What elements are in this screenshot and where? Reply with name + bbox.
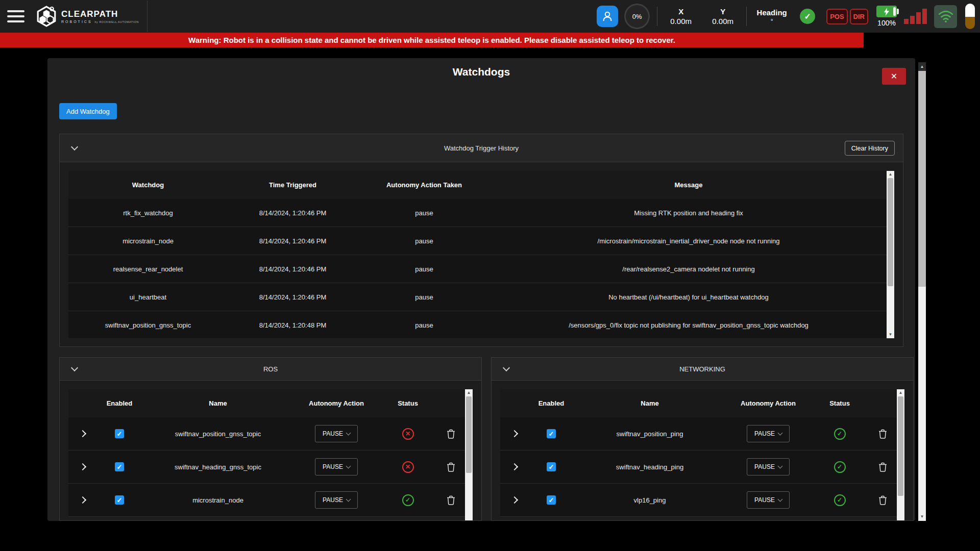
user-avatar-icon[interactable] [597,6,618,27]
collapse-networking-button[interactable] [501,363,512,374]
chevron-right-icon [79,463,86,470]
autonomy-action-select[interactable]: PAUSE [315,491,358,509]
watchdogs-modal: Watchdogs ✕ Add Watchdog Watchdog Trigge… [47,58,915,521]
scrollbar-thumb[interactable] [898,396,903,496]
expand-row-button[interactable] [512,464,517,469]
expand-row-button[interactable] [512,431,517,436]
delete-watchdog-button[interactable] [878,429,887,439]
history-message: /sensors/gps_0/fix topic not publishing … [491,321,894,329]
expand-row-button[interactable] [80,464,85,469]
history-table-scrollbar[interactable]: ▲ ▼ [887,171,894,338]
brand-subtitle: ROBOTICS [61,20,92,23]
chevron-down-icon [346,496,351,502]
watchdog-name: microstrain_node [142,496,294,504]
autonomy-action-select[interactable]: PAUSE [747,425,790,442]
networking-table-scrollbar[interactable]: ▲ [897,389,904,520]
watchdog-row: ✓ microstrain_node PAUSE ✓ [68,484,473,517]
scroll-up-icon[interactable]: ▲ [918,62,926,71]
scroll-up-icon[interactable]: ▲ [467,389,471,396]
enabled-checkbox[interactable]: ✓ [115,429,124,438]
modal-scrollbar[interactable]: ▲ ▼ [918,62,926,521]
delete-watchdog-button[interactable] [878,495,887,505]
enabled-checkbox[interactable]: ✓ [547,429,556,438]
watchdog-row: ✓ vlp16_ping PAUSE ✓ [500,484,904,517]
scrollbar-thumb[interactable] [466,396,472,473]
collapse-ros-button[interactable] [69,363,80,374]
expand-row-button[interactable] [80,431,85,436]
scroll-down-icon[interactable]: ▼ [918,512,926,521]
x-value: 0.00m [670,17,692,26]
scroll-up-icon[interactable]: ▲ [889,171,893,178]
status-icon: ✕ [402,461,414,473]
heading-value: ° [771,18,773,25]
enabled-checkbox[interactable]: ✓ [115,462,124,471]
column-header: Autonomy Action [726,399,811,407]
progress-value: 0% [632,13,642,20]
enabled-checkbox[interactable]: ✓ [547,462,556,471]
history-time: 8/14/2024, 1:20:46 PM [228,265,358,273]
scrollbar-thumb[interactable] [918,71,926,287]
autonomy-action-select[interactable]: PAUSE [315,425,358,442]
status-icon: ✕ [402,428,414,440]
history-action: pause [358,293,491,301]
scroll-down-icon[interactable]: ▼ [889,331,893,338]
clearpath-logo: CLEARPATH ROBOTICS by ROCKWELL AUTOMATIO… [36,6,139,27]
expand-row-button[interactable] [512,497,517,503]
delete-watchdog-button[interactable] [447,429,455,439]
networking-table-header: Enabled Name Autonomy Action Status [500,389,904,417]
chevron-down-icon [71,364,78,371]
column-header: Message [491,181,894,189]
enabled-checkbox[interactable]: ✓ [547,495,556,505]
autonomy-action-select[interactable]: PAUSE [747,458,790,475]
brand-title: CLEARPATH [61,9,139,19]
networking-table: Enabled Name Autonomy Action Status ✓ sw… [500,389,904,520]
column-header: Autonomy Action Taken [358,181,491,189]
collision-warning-banner: Warning: Robot is in a collision state a… [0,33,864,47]
chevron-down-icon [346,463,351,468]
scroll-up-icon[interactable]: ▲ [899,389,903,396]
add-watchdog-button[interactable]: Add Watchdog [59,103,117,119]
brand-byline: by ROCKWELL AUTOMATION [95,20,139,23]
column-header: Enabled [97,399,142,407]
delete-watchdog-button[interactable] [878,462,887,472]
clear-history-button[interactable]: Clear History [845,141,895,156]
x-label: X [678,7,683,16]
scrollbar-track[interactable] [918,287,926,512]
history-watchdog: swiftnav_position_gnss_topic [68,321,228,329]
history-watchdog: realsense_rear_nodelet [68,265,228,273]
ros-panel-title: ROS [60,365,481,373]
history-message: /rear/realsense2_camera nodelet not runn… [491,265,894,273]
delete-watchdog-button[interactable] [447,462,455,472]
autonomy-action-select[interactable]: PAUSE [747,491,790,509]
column-header: Enabled [529,399,574,407]
column-header: Status [811,399,869,407]
heading-indicator: Heading ° [754,8,790,25]
chevron-down-icon [503,364,510,371]
trash-icon [447,495,455,505]
trash-icon [878,429,887,439]
history-row: ui_heartbeat 8/14/2024, 1:20:46 PM pause… [68,283,894,311]
autonomy-action-select[interactable]: PAUSE [315,458,358,475]
chevron-right-icon [511,430,518,437]
history-action: pause [358,265,491,273]
chevron-down-icon [777,430,782,435]
scrollbar-thumb[interactable] [888,178,893,286]
watchdog-name: swiftnav_heading_ping [574,463,726,471]
y-value: 0.00m [712,17,733,26]
enabled-checkbox[interactable]: ✓ [115,495,124,505]
history-watchdog: microstrain_node [68,237,228,245]
expand-row-button[interactable] [80,497,85,503]
dir-badge: DIR [850,9,868,24]
ros-panel: ROS Enabled Name Autonomy Action Status [59,357,482,521]
history-action: pause [358,209,491,217]
ros-table-scrollbar[interactable]: ▲ [465,389,473,520]
chevron-down-icon [346,430,351,435]
delete-watchdog-button[interactable] [447,495,455,505]
history-time: 8/14/2024, 1:20:46 PM [228,237,358,245]
modal-title: Watchdogs [47,66,915,78]
hamburger-menu-icon[interactable] [7,9,26,23]
close-button[interactable]: ✕ [882,68,906,85]
history-row: microstrain_node 8/14/2024, 1:20:46 PM p… [68,227,894,255]
collapse-history-button[interactable] [69,142,80,154]
status-icon: ✓ [402,494,414,506]
